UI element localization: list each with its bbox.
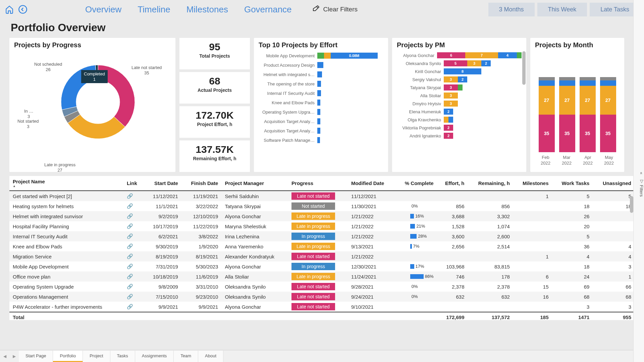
pm-bar-row[interactable]: Oleksandra Synilo532 [397,60,522,67]
table-row[interactable]: Internal IT Security Audit 🔗 6/2/2021 3/… [9,231,635,241]
table-row[interactable]: Operations Management 🔗 7/15/2010 9/23/2… [9,292,635,302]
col-header[interactable]: Link [123,176,144,191]
col-header[interactable]: Work Tasks [552,176,593,191]
tab-nav-next[interactable]: ▶ [9,354,19,359]
pm-bar-row[interactable]: Dmytro Hrytsiv3 [397,100,522,107]
tab-milestones[interactable]: Milestones [185,2,229,17]
link-icon[interactable]: 🔗 [127,274,133,279]
link-icon[interactable]: 🔗 [127,233,133,239]
col-header[interactable]: Project Manager [221,176,288,191]
card-title-effort: Top 10 Projects by Effort [259,41,383,49]
cell-worktasks: 24 [552,272,593,282]
month-bar[interactable]: 3527 [539,77,555,152]
table-scrollbar[interactable] [630,196,633,213]
effort-bar-row[interactable]: Knee and Elbow Pads [259,99,383,107]
link-icon[interactable]: 🔗 [127,223,133,229]
effort-bar-row[interactable]: Acquisition Target Analy… [259,127,383,135]
clear-filters-button[interactable]: Clear Filters [312,5,358,14]
cell-milestones [513,201,552,211]
col-header[interactable]: Progress [288,176,348,191]
report-tab-tasks[interactable]: Tasks [110,351,135,362]
filter-3months[interactable]: 3 Months [488,3,535,16]
kpi-2[interactable]: 172.70KProject Effort, h [179,106,250,138]
pm-bar-row[interactable]: Alla Stoliar3 [397,92,522,99]
col-header[interactable]: Milestones [513,176,552,191]
pm-bar-row[interactable]: Viktoriia Pogrebniak2 [397,124,522,131]
effort-bar-row[interactable]: Operating System Upgra… [259,108,383,116]
pm-bar-row[interactable]: Alyona Gonchar674 [397,52,522,59]
report-tab-team[interactable]: Team [174,351,198,362]
back-icon[interactable] [17,4,28,15]
col-header[interactable]: Effort, h [437,176,468,191]
tab-overview[interactable]: Overview [84,2,123,17]
link-icon[interactable]: 🔗 [127,193,133,199]
link-icon[interactable]: 🔗 [127,213,133,219]
pm-bar-row[interactable]: Sergiy Vakshul32 [397,76,522,83]
effort-bar-row[interactable]: The opening of the store [259,80,383,88]
month-bar[interactable]: 3527 [559,77,575,152]
donut-chart[interactable]: Not scheduled26Completed1Late not starte… [14,52,171,166]
link-icon[interactable]: 🔗 [127,203,133,209]
link-icon[interactable]: 🔗 [127,243,133,249]
kpi-3[interactable]: 137.57KRemaining Effort, h [179,140,250,172]
col-header[interactable]: Project Name▲ [9,176,123,191]
table-row[interactable]: Office move plan 🔗 10/18/2019 11/6/2019 … [9,272,635,282]
pm-bar-row[interactable]: Kirill Gonchar8 [397,68,522,75]
month-bar[interactable]: 3527 [600,77,616,152]
tab-timeline[interactable]: Timeline [136,2,171,17]
cell-effort [437,251,468,261]
month-chart[interactable]: 3527352735273527 [535,52,620,152]
table-row[interactable]: Get started with Project [2] 🔗 11/12/202… [9,191,635,201]
projects-table[interactable]: Project Name▲LinkStart DateFinish DatePr… [9,176,635,320]
filters-pane-toggle[interactable]: « ▽ Filters [633,0,644,362]
pm-bar-row[interactable]: Olga Kravchenko [397,116,522,123]
effort-bar-row[interactable]: Product Accessory Design [259,61,383,69]
cell-finish: 5/30/2023 [181,261,222,272]
effort-bar-row[interactable]: Helmet with integrated s… [259,70,383,78]
link-icon[interactable]: 🔗 [127,263,133,269]
pm-bar-row[interactable]: Andrii Ignatenko2 [397,132,522,139]
effort-chart[interactable]: Mobile App Development0.08MProduct Acces… [259,52,383,144]
month-bar[interactable]: 3527 [580,77,596,152]
pm-bar-row[interactable]: Elena Humeniuk2 [397,108,522,115]
col-header[interactable]: % Complete [395,176,437,191]
report-tab-project[interactable]: Project [83,351,110,362]
link-icon[interactable]: 🔗 [127,253,133,259]
col-header[interactable]: Finish Date [181,176,222,191]
table-row[interactable]: Mobile App Development 🔗 7/31/2019 5/30/… [9,261,635,272]
report-tab-start-page[interactable]: Start Page [19,351,53,362]
cell-pm: Irina Lezhenina [221,231,288,241]
filter-latetasks[interactable]: Late Tasks [590,3,640,16]
effort-bar-row[interactable]: Software Patch Manage… [259,136,383,144]
table-row[interactable]: Operating System Upgrade 🔗 9/8/2009 3/31… [9,282,635,292]
cell-pm: Oleksandra Synilo [221,292,288,302]
report-tab-about[interactable]: About [198,351,223,362]
col-header[interactable]: Unassigned [593,176,635,191]
table-row[interactable]: Knee and Elbow Pads 🔗 9/30/2019 1/9/2020… [9,241,635,251]
col-header[interactable]: Start Date [144,176,181,191]
home-icon[interactable] [4,4,15,15]
effort-bar-row[interactable]: Acquisition Target Analy… [259,117,383,125]
report-tab-assignments[interactable]: Assignments [135,351,174,362]
link-icon[interactable]: 🔗 [127,294,133,299]
filter-thisweek[interactable]: This Week [537,3,587,16]
col-header[interactable]: Modified Date [348,176,395,191]
pm-chart[interactable]: Alyona Gonchar674Oleksandra Synilo532Kir… [397,52,522,139]
pm-bar-row[interactable]: Tatyana Skrypai3 [397,84,522,91]
table-row[interactable]: P4W Accelerator - further improvements 🔗… [9,302,635,312]
kpi-0[interactable]: 95Total Projects [179,38,250,69]
link-icon[interactable]: 🔗 [127,284,133,289]
report-tab-portfolio[interactable]: Portfolio [53,351,83,362]
link-icon[interactable]: 🔗 [127,304,133,309]
effort-bar-row[interactable]: Mobile App Development0.08M [259,52,383,60]
tab-nav-prev[interactable]: ◀ [0,354,9,359]
table-row[interactable]: Heating system for helmets 🔗 11/1/2021 3… [9,201,635,211]
table-row[interactable]: Helmet with integrated sunvisor 🔗 9/2/20… [9,211,635,221]
table-row[interactable]: Migration Service 🔗 8/19/2019 8/19/2021 … [9,251,635,261]
pm-scrollbar[interactable] [522,51,526,85]
tab-governance[interactable]: Governance [243,2,293,17]
effort-bar-row[interactable]: Internal IT Security Audit [259,89,383,97]
col-header[interactable]: Remaining, h [468,176,513,191]
kpi-1[interactable]: 68Actual Projects [179,72,250,104]
table-row[interactable]: Hospital Facility Planning 🔗 10/17/2019 … [9,221,635,231]
